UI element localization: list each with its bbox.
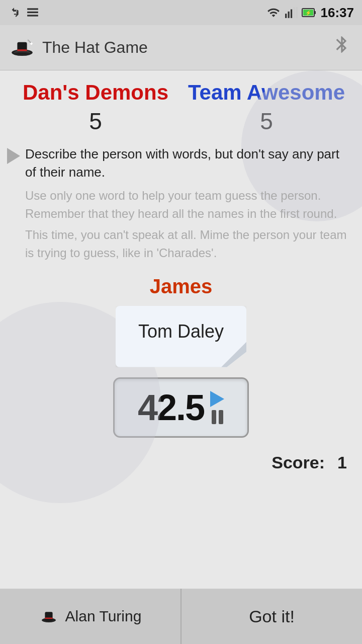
timer-controls: [210, 391, 224, 424]
wifi-icon: [266, 6, 281, 19]
svg-rect-14: [17, 49, 27, 51]
svg-line-15: [28, 40, 31, 43]
gotit-button[interactable]: Got it!: [182, 589, 362, 644]
current-player: James: [0, 275, 362, 298]
app-bar-left: The Hat Game: [10, 36, 148, 60]
menu-icon: [26, 6, 39, 19]
svg-rect-5: [290, 10, 292, 18]
hat-icon: [10, 36, 34, 60]
svg-text:⚡: ⚡: [305, 10, 312, 16]
card-wrap[interactable]: Tom Daley: [0, 306, 362, 367]
skip-hat-icon: [39, 607, 58, 626]
svg-rect-19: [45, 618, 52, 619]
svg-rect-4: [288, 12, 289, 18]
battery-icon: ⚡: [302, 7, 317, 18]
status-bar: ⚡ 16:37: [0, 0, 362, 25]
svg-rect-7: [296, 7, 297, 18]
card[interactable]: Tom Daley: [116, 306, 246, 367]
team1-name: Dan's Demons: [10, 80, 181, 105]
team1-block: Dan's Demons 5: [10, 80, 181, 135]
gotit-button-label: Got it!: [249, 607, 295, 626]
svg-rect-9: [314, 11, 316, 14]
svg-rect-6: [293, 7, 295, 18]
instruction-secondary1: Use only one word to help your team gues…: [25, 187, 347, 223]
instruction-primary: Describe the person with words, but don'…: [25, 145, 347, 182]
bottom-buttons[interactable]: Alan Turing Got it!: [0, 589, 362, 644]
timer-box: 42.5: [113, 377, 249, 438]
score-display: Score: 1: [0, 453, 362, 472]
team1-score: 5: [10, 108, 181, 135]
status-right: ⚡ 16:37: [266, 5, 354, 21]
score-value: 1: [337, 453, 347, 472]
bluetooth-icon: [332, 35, 352, 61]
pause-bar-1: [212, 410, 216, 424]
skip-button[interactable]: Alan Turing: [0, 589, 182, 644]
status-time: 16:37: [321, 5, 354, 21]
card-text: Tom Daley: [138, 321, 224, 342]
timer-value: 42.5: [138, 387, 204, 428]
instruction-secondary2: This time, you can't speak at all. Mime …: [25, 226, 347, 262]
instructions-area: Describe the person with words, but don'…: [0, 135, 362, 270]
play-arrow-icon: [7, 148, 20, 164]
signal-icon: [285, 6, 298, 19]
svg-rect-3: [285, 14, 287, 18]
svg-rect-18: [45, 612, 52, 621]
timer-play-icon: [210, 391, 224, 407]
svg-rect-2: [27, 15, 38, 16]
score-label: Score:: [272, 453, 325, 472]
team2-name: Team Awesome: [181, 80, 352, 105]
scores-row: Dan's Demons 5 Team Awesome 5: [0, 70, 362, 135]
app-bar: The Hat Game: [0, 25, 362, 70]
svg-rect-1: [27, 12, 38, 13]
usb-icon: [8, 6, 21, 19]
team2-score: 5: [181, 108, 352, 135]
team2-block: Team Awesome 5: [181, 80, 352, 135]
main-content: Dan's Demons 5 Team Awesome 5 Describe t…: [0, 70, 362, 472]
pause-bar-2: [219, 410, 223, 424]
status-left: [8, 6, 39, 19]
app-title: The Hat Game: [42, 38, 148, 57]
svg-rect-0: [27, 8, 38, 10]
skip-button-label: Alan Turing: [65, 608, 142, 625]
timer-wrap: 42.5: [0, 377, 362, 438]
timer-pause-icon: [212, 410, 223, 424]
